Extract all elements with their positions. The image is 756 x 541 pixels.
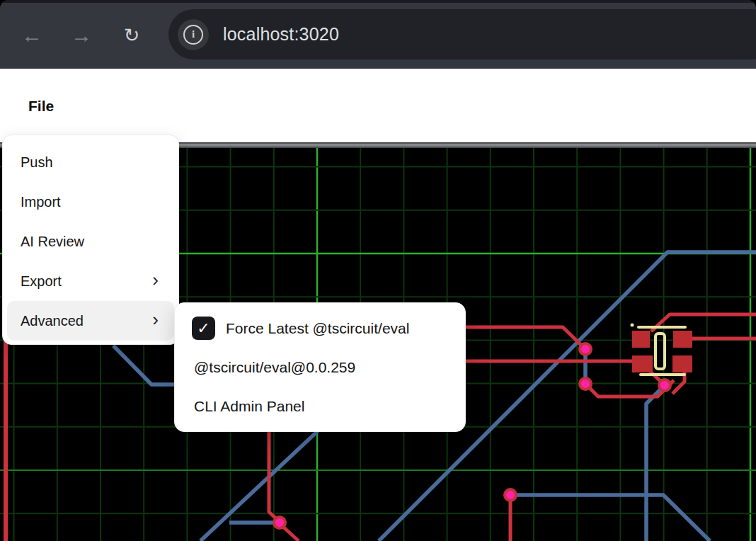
checked-checkbox-icon[interactable]: ✓ (192, 317, 215, 340)
window-top-edge (0, 0, 756, 3)
file-menu-button[interactable]: File (28, 88, 54, 125)
file-dropdown-menu: Push Import AI Review Export › Advanced … (2, 135, 179, 345)
menu-item-label: Export (21, 273, 62, 290)
submenu-item-eval-version[interactable]: @tscircuit/eval@0.0.259 (175, 348, 465, 387)
menu-item-push[interactable]: Push (3, 142, 178, 182)
back-icon[interactable]: ← (16, 21, 47, 50)
submenu-item-cli-admin-panel[interactable]: CLI Admin Panel (175, 387, 465, 426)
reload-icon[interactable]: ↻ (116, 21, 147, 50)
menu-item-ai-review[interactable]: AI Review (3, 222, 178, 261)
browser-toolbar: ← → ↻ i localhost:3020 (0, 0, 756, 69)
info-icon: i (183, 25, 203, 45)
site-info-button[interactable]: i (178, 19, 209, 50)
menu-item-advanced[interactable]: Advanced › (7, 301, 174, 341)
pad-layer (632, 331, 692, 372)
submenu-item-label: Force Latest @tscircuit/eval (226, 320, 409, 337)
chevron-right-icon: › (152, 269, 159, 291)
advanced-submenu: ✓ Force Latest @tscircuit/eval @tscircui… (174, 302, 466, 432)
forward-icon[interactable]: → (66, 21, 97, 50)
menu-item-label: Advanced (21, 313, 84, 329)
chevron-right-icon: › (152, 309, 159, 331)
address-bar[interactable]: i localhost:3020 (168, 9, 756, 59)
url-text[interactable]: localhost:3020 (223, 24, 339, 45)
app-header (0, 69, 756, 142)
menu-item-export[interactable]: Export › (3, 261, 178, 301)
submenu-item-force-latest[interactable]: ✓ Force Latest @tscircuit/eval (175, 309, 465, 348)
menu-item-import[interactable]: Import (3, 182, 178, 222)
